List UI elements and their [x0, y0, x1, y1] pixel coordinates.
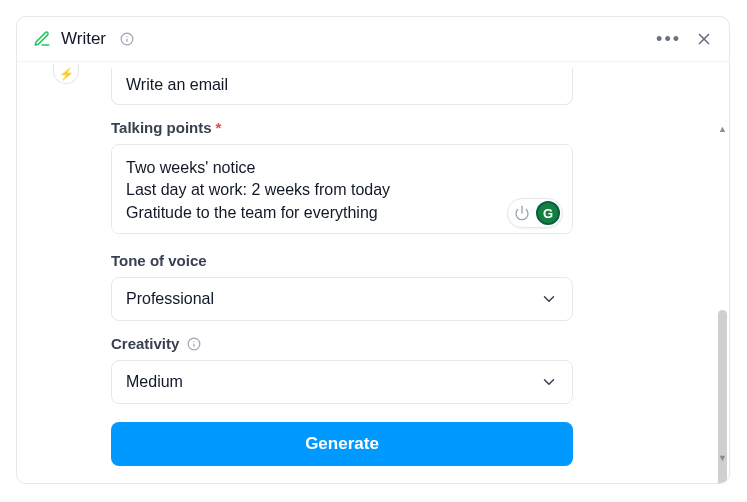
talking-points-section: Talking points * G	[111, 119, 573, 238]
panel-header: Writer •••	[17, 17, 729, 62]
power-icon[interactable]	[510, 201, 534, 225]
panel-body: ⚡ Write an email Talking points *	[17, 62, 729, 483]
writer-panel: Writer ••• ⚡ Write an email	[16, 16, 730, 484]
lightning-icon: ⚡	[59, 67, 74, 81]
pencil-icon	[33, 30, 51, 48]
writer-form: Write an email Talking points *	[95, 62, 573, 483]
creativity-label-text: Creativity	[111, 335, 179, 352]
tone-select[interactable]: Professional	[111, 277, 573, 321]
talking-points-wrap: G	[111, 144, 573, 238]
info-icon[interactable]	[116, 32, 134, 46]
grammarly-widget[interactable]: G	[507, 198, 563, 228]
generate-button[interactable]: Generate	[111, 422, 573, 466]
info-icon[interactable]	[183, 337, 201, 351]
panel-title: Writer	[61, 29, 106, 49]
left-gutter: ⚡	[17, 62, 95, 483]
write-type-section: Write an email	[111, 68, 573, 105]
tone-section: Tone of voice Professional	[111, 252, 573, 321]
grammarly-icon[interactable]: G	[536, 201, 560, 225]
scroll-down-arrow[interactable]: ▼	[718, 453, 727, 463]
right-gutter	[573, 62, 713, 483]
write-type-field[interactable]: Write an email	[111, 68, 573, 105]
creativity-section: Creativity Medium	[111, 335, 573, 404]
close-icon[interactable]	[695, 30, 713, 48]
creativity-label: Creativity	[111, 335, 573, 352]
header-right: •••	[656, 30, 713, 48]
tone-value: Professional	[126, 290, 214, 308]
chevron-down-icon	[540, 373, 558, 391]
creativity-value: Medium	[126, 373, 183, 391]
talking-points-input[interactable]	[111, 144, 573, 234]
talking-points-label: Talking points *	[111, 119, 573, 136]
required-asterisk: *	[216, 119, 222, 136]
more-icon[interactable]: •••	[656, 30, 681, 48]
tone-label: Tone of voice	[111, 252, 573, 269]
scroll-up-arrow[interactable]: ▲	[718, 124, 727, 134]
header-left: Writer	[33, 29, 134, 49]
creativity-select[interactable]: Medium	[111, 360, 573, 404]
chevron-down-icon	[540, 290, 558, 308]
talking-points-label-text: Talking points	[111, 119, 212, 136]
gutter-badge[interactable]: ⚡	[53, 64, 79, 84]
